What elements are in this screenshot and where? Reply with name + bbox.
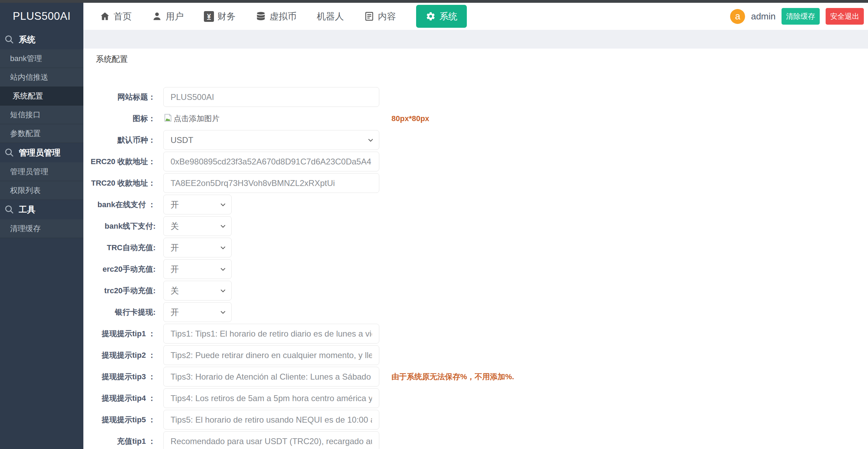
- user-icon: [152, 11, 162, 22]
- sidebar-section-system: 系统: [0, 30, 83, 49]
- sidebar-item-system-config[interactable]: 系统配置: [0, 87, 83, 105]
- sidebar-section-tools: 工具: [0, 200, 83, 219]
- chevron-down-icon: [219, 287, 227, 295]
- nav-users[interactable]: 用户: [152, 10, 184, 23]
- sidebar-item-permission-list[interactable]: 权限列表: [0, 181, 83, 200]
- withdraw-tip5-input[interactable]: [163, 410, 379, 430]
- sidebar-item-param-config[interactable]: 参数配置: [0, 124, 83, 143]
- field-label: 充值tip1 ：: [83, 436, 156, 447]
- sidebar-item-label: bank管理: [10, 53, 42, 64]
- nav-home[interactable]: 首页: [100, 10, 132, 23]
- recharge-tip1-input[interactable]: [163, 431, 379, 449]
- select-value: USDT: [171, 135, 193, 145]
- site-title-input[interactable]: [163, 87, 379, 107]
- nav-robot[interactable]: 机器人: [317, 10, 344, 23]
- clear-cache-button[interactable]: 清除缓存: [782, 8, 820, 25]
- form-row: 提现提示tip5 ：: [83, 410, 868, 430]
- broken-image-icon: [163, 113, 173, 124]
- nav-content[interactable]: 内容: [364, 10, 396, 23]
- select-value: 关: [171, 285, 179, 296]
- field-label: 网站标题：: [83, 92, 156, 102]
- nav-label: 首页: [114, 10, 132, 23]
- field-label: 提现提示tip3 ：: [83, 372, 156, 382]
- select-value: 关: [171, 221, 179, 232]
- icon-upload-placeholder[interactable]: 点击添加图片: [163, 113, 220, 124]
- field-label: 提现提示tip2 ：: [83, 350, 156, 361]
- trc20-address-input[interactable]: [163, 173, 379, 193]
- sidebar-item-label: 系统配置: [13, 91, 43, 101]
- coins-icon: [256, 11, 266, 22]
- nav-label: 财务: [217, 10, 235, 23]
- nav-label: 机器人: [317, 10, 344, 23]
- nav-system[interactable]: 系统: [416, 5, 467, 28]
- withdraw-tip2-input[interactable]: [163, 345, 379, 365]
- erc20-manual-recharge-select[interactable]: 开: [163, 259, 232, 279]
- trc20-manual-recharge-select[interactable]: 关: [163, 281, 232, 300]
- nav-crypto[interactable]: 虚拟币: [256, 10, 297, 23]
- chevron-down-icon: [219, 265, 227, 273]
- bank-card-withdraw-select[interactable]: 开: [163, 302, 232, 322]
- sidebar-item-clear-cache[interactable]: 清理缓存: [0, 219, 83, 238]
- username: admin: [751, 11, 776, 22]
- form-row: TRC20 收款地址：: [83, 173, 868, 193]
- navbar-right: a admin 清除缓存 安全退出: [730, 8, 864, 25]
- form-row: 银行卡提现: 开: [83, 302, 868, 322]
- sidebar-section-title: 管理员管理: [19, 147, 60, 158]
- form-row: TRC自动充值: 开: [83, 238, 868, 257]
- field-label: bank在线支付 ：: [83, 200, 156, 210]
- sidebar-item-mail-push[interactable]: 站内信推送: [0, 68, 83, 87]
- search-icon: [4, 204, 15, 215]
- nav-label: 虚拟币: [270, 10, 297, 23]
- avatar[interactable]: a: [730, 9, 745, 24]
- sidebar-item-bank-manage[interactable]: bank管理: [0, 49, 83, 68]
- field-label: 提现提示tip4 ：: [83, 393, 156, 404]
- chevron-down-icon: [219, 222, 227, 230]
- withdraw-tip4-input[interactable]: [163, 388, 379, 408]
- top-navbar: 首页 用户 ¥ 财务 虚拟币 机器人 内容 系统 a admin 清除缓存 安全…: [83, 3, 868, 30]
- nav-label: 系统: [439, 10, 457, 23]
- field-label: 图标：: [83, 113, 156, 124]
- chevron-down-icon: [219, 308, 227, 316]
- upload-placeholder-text: 点击添加图片: [174, 113, 220, 124]
- sidebar-item-label: 管理员管理: [10, 167, 48, 177]
- field-label: ERC20 收款地址：: [83, 156, 156, 167]
- bank-online-pay-select[interactable]: 开: [163, 195, 232, 214]
- withdraw-tip1-input[interactable]: [163, 324, 379, 344]
- form-row: ERC20 收款地址：: [83, 152, 868, 171]
- select-value: 开: [171, 264, 179, 275]
- bank-offline-pay-select[interactable]: 关: [163, 216, 232, 236]
- trc-auto-recharge-select[interactable]: 开: [163, 238, 232, 257]
- field-label: TRC20 收款地址：: [83, 178, 156, 188]
- sidebar-item-admin-manage[interactable]: 管理员管理: [0, 162, 83, 181]
- sidebar: PLUS500AI 系统 bank管理 站内信推送 系统配置 短信接口 参数配置…: [0, 3, 83, 449]
- form-row: 默认币种： USDT: [83, 130, 868, 150]
- form-row: bank在线支付 ： 开: [83, 195, 868, 214]
- select-value: 开: [171, 307, 179, 318]
- form-row: 提现提示tip1 ：: [83, 324, 868, 344]
- sidebar-section-title: 工具: [19, 204, 35, 215]
- select-value: 开: [171, 199, 179, 210]
- app-logo: PLUS500AI: [0, 3, 83, 30]
- logout-button[interactable]: 安全退出: [826, 8, 864, 25]
- system-config-form: 网站标题： 图标： 点击添加图片 80px*80px 默认币种： USDT ER…: [83, 87, 868, 449]
- gear-icon: [425, 11, 436, 22]
- form-row: 提现提示tip4 ：: [83, 388, 868, 408]
- chevron-down-icon: [219, 201, 227, 209]
- form-row: 网站标题：: [83, 87, 868, 107]
- field-label: erc20手动充值:: [83, 264, 156, 274]
- form-row: 提现提示tip3 ： 由于系统原无法保存%，不用添加%.: [83, 367, 868, 387]
- content-icon: [364, 11, 374, 22]
- chevron-down-icon: [366, 136, 375, 144]
- form-row: erc20手动充值: 开: [83, 259, 868, 279]
- withdraw-tip3-input[interactable]: [163, 367, 379, 387]
- sidebar-section-admin: 管理员管理: [0, 143, 83, 162]
- erc20-address-input[interactable]: [163, 152, 379, 171]
- default-currency-select[interactable]: USDT: [163, 130, 379, 150]
- sidebar-section-title: 系统: [19, 34, 35, 45]
- nav-finance[interactable]: ¥ 财务: [204, 10, 235, 23]
- form-row: 图标： 点击添加图片 80px*80px: [83, 109, 868, 128]
- percent-warning-note: 由于系统原无法保存%，不用添加%.: [391, 372, 514, 382]
- select-value: 开: [171, 242, 179, 253]
- form-row: 提现提示tip2 ：: [83, 345, 868, 365]
- sidebar-item-sms-api[interactable]: 短信接口: [0, 105, 83, 124]
